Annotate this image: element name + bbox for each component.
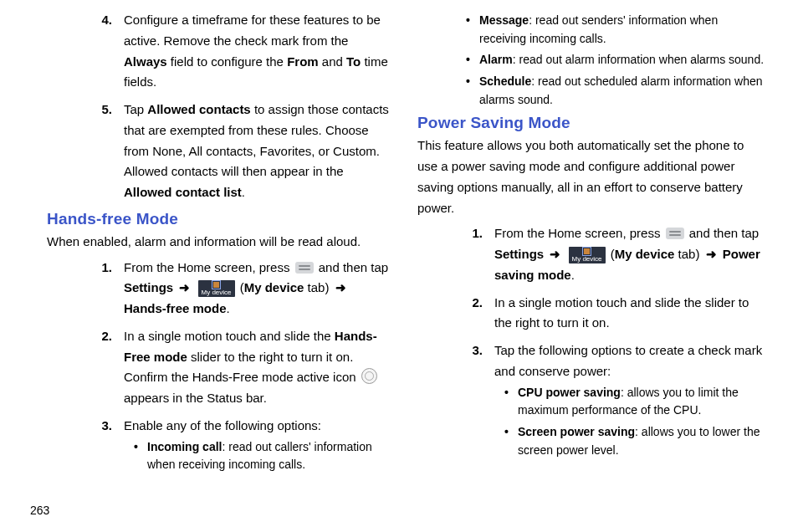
continued-list: 4. Configure a timeframe for these featu… bbox=[47, 10, 394, 203]
arrow-icon: ➜ bbox=[703, 244, 719, 265]
ps-step-1: 1. From the Home screen, press and then … bbox=[456, 223, 765, 285]
page: 4. Configure a timeframe for these featu… bbox=[0, 0, 798, 532]
hands-free-intro: When enabled, alarm and information will… bbox=[47, 232, 394, 253]
menu-icon bbox=[295, 262, 314, 274]
ps-step-2: 2. In a single motion touch and slide th… bbox=[456, 293, 765, 335]
bullet-alarm: • Alarm: read out alarm information when… bbox=[466, 51, 765, 69]
list-item-5: 5. Tap Allowed contacts to assign those … bbox=[85, 100, 394, 203]
bullet-schedule: • Schedule: read out scheduled alarm inf… bbox=[466, 73, 765, 109]
hf-step-2: 2. In a single motion touch and slide th… bbox=[85, 326, 394, 409]
bullet-message: • Message: read out senders' information… bbox=[466, 12, 765, 48]
ps-step-3: 3. Tap the following options to create a… bbox=[456, 340, 765, 463]
left-column: 4. Configure a timeframe for these featu… bbox=[47, 10, 394, 524]
my-device-icon: My device bbox=[569, 247, 606, 263]
hands-free-active-icon bbox=[361, 368, 377, 384]
menu-icon bbox=[666, 228, 684, 239]
right-column: • Message: read out senders' information… bbox=[417, 10, 765, 524]
arrow-icon: ➜ bbox=[547, 244, 563, 265]
continued-bullets: • Message: read out senders' information… bbox=[417, 12, 765, 109]
arrow-icon: ➜ bbox=[176, 278, 192, 299]
my-device-icon: My device bbox=[198, 280, 235, 297]
page-number: 263 bbox=[30, 504, 49, 517]
bullet-incoming-call: • Incoming call: read out callers' infor… bbox=[134, 438, 394, 474]
hf-step-3: 3. Enable any of the following options: … bbox=[85, 416, 394, 478]
arrow-icon: ➜ bbox=[333, 278, 349, 299]
hands-free-steps: 1. From the Home screen, press and then … bbox=[47, 258, 394, 478]
bullet-cpu-power-saving: • CPU power saving: allows you to limit … bbox=[504, 384, 765, 420]
bullet-screen-power-saving: • Screen power saving: allows you to low… bbox=[504, 423, 765, 459]
power-saving-steps: 1. From the Home screen, press and then … bbox=[417, 223, 765, 463]
power-saving-intro: This feature allows you both automatical… bbox=[417, 136, 765, 218]
hf-step-3-bullets: • Incoming call: read out callers' infor… bbox=[124, 438, 394, 474]
hf-step-1: 1. From the Home screen, press and then … bbox=[85, 258, 394, 320]
heading-hands-free: Hands-free Mode bbox=[47, 210, 394, 228]
ps-step-3-bullets: • CPU power saving: allows you to limit … bbox=[494, 384, 765, 460]
heading-power-saving: Power Saving Mode bbox=[417, 114, 765, 132]
list-item-4: 4. Configure a timeframe for these featu… bbox=[85, 10, 394, 93]
